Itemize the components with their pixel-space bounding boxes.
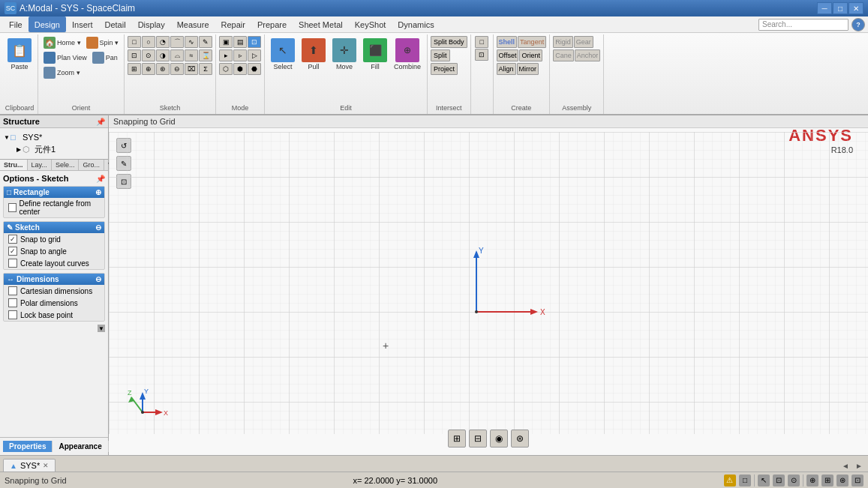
mode-tool-1[interactable]: ▣ [219,36,233,48]
spin-button[interactable]: Spin ▾ [84,36,122,49]
tab-nav-prev[interactable]: ◄ [839,460,851,472]
paste-button[interactable]: 📋 Paste [5,36,35,73]
status-icon-grid[interactable]: ⊡ [851,475,863,487]
select-button[interactable]: ↖ Select [268,36,298,73]
mode-tool-2[interactable]: ▤ [233,36,247,48]
gear-button[interactable]: Gear [574,36,593,48]
sketch-tool-11[interactable]: ≈ [185,49,198,61]
section-header-sketch[interactable]: ✎ Sketch ⊖ [4,222,104,233]
menu-keyshot[interactable]: KeyShot [349,16,392,32]
sel-filter-button[interactable]: ⊡ [475,49,488,61]
sketch-tool-5[interactable]: ∿ [185,36,198,48]
scroll-down-button[interactable]: ▼ [98,325,105,332]
sketch-tool-15[interactable]: ⊛ [156,63,170,75]
sketch-tool-17[interactable]: ⌧ [185,63,198,75]
status-icon-3d[interactable]: ⊛ [836,475,848,487]
status-icon-snap[interactable]: ⊕ [806,475,818,487]
menu-repair[interactable]: Repair [215,16,251,32]
sel-box-button[interactable]: □ [475,36,488,48]
menu-display[interactable]: Display [132,16,171,32]
sketch-tool-8[interactable]: ⊙ [142,49,155,61]
menu-prepare[interactable]: Prepare [251,16,293,32]
mode-tool-8[interactable]: ⬢ [233,63,247,75]
menu-detail[interactable]: Detail [99,16,132,32]
canvas-area[interactable]: Snapping to Grid ANSYS R18.0 ↺ ✎ ⊡ [109,115,868,455]
mode-tool-6[interactable]: ▷ [248,49,261,61]
rigid-button[interactable]: Rigid [553,36,573,48]
sketch-tool-13[interactable]: ⊞ [128,63,141,75]
status-icon-2[interactable]: □ [739,475,751,487]
options-pin-button[interactable]: 📌 [96,175,105,183]
tab-layers[interactable]: Lay... [28,160,52,170]
sketch-tool-6[interactable]: ✎ [199,36,212,48]
split-body-button[interactable]: Split Body [431,36,467,48]
offset-button[interactable]: Offset [497,49,519,61]
align-button[interactable]: Align [497,63,516,75]
tree-item-part[interactable]: ▶ ⬡ 元件1 [3,143,105,156]
mode-tool-3[interactable]: ⊡ [248,36,261,48]
menu-design[interactable]: Design [29,16,66,32]
sketch-tool-2[interactable]: ○ [142,36,155,48]
canvas-fit-button[interactable]: ⊞ [448,430,466,448]
canvas-settings-button[interactable]: ⊛ [511,430,529,448]
zoom-button[interactable]: Zoom ▾ [41,66,83,79]
checkbox-polar[interactable] [8,298,17,307]
sketch-tool-10[interactable]: ⌓ [170,49,184,61]
restore-button[interactable]: □ [833,2,848,14]
anchor-button[interactable]: Anchor [575,49,601,61]
menu-dynamics[interactable]: Dynamics [392,16,440,32]
sketch-tool-3[interactable]: ◔ [156,36,170,48]
combine-button[interactable]: ⊕ Combine [391,36,424,73]
tab-groups[interactable]: Gro... [79,160,104,170]
sketch-tool-12[interactable]: ⌛ [199,49,212,61]
tangent-button[interactable]: Tangent [518,36,546,48]
checkbox-snap-grid[interactable] [8,235,17,244]
mode-tool-4[interactable]: ▸ [219,49,233,61]
split-button[interactable]: Split [431,49,450,61]
status-icon-cursor[interactable]: ↖ [758,475,770,487]
tab-structure[interactable]: Stru... [0,160,28,170]
mode-tool-7[interactable]: ⬡ [219,63,233,75]
tab-nav-next[interactable]: ► [853,460,865,472]
mode-tool-9[interactable]: ⬣ [248,63,261,75]
tab-selection[interactable]: Sele... [52,160,80,170]
checkbox-create-layout[interactable] [8,259,17,268]
pan-button[interactable]: Pan [90,51,120,64]
checkbox-cartesian[interactable] [8,286,17,295]
move-button[interactable]: ✛ Move [329,36,359,73]
sketch-tool-14[interactable]: ⊕ [142,63,155,75]
warning-icon[interactable]: ⚠ [724,475,736,487]
canvas-view-button[interactable]: ◉ [490,430,508,448]
checkbox-lock-base[interactable] [8,310,17,319]
status-icon-nav[interactable]: ⊞ [821,475,833,487]
section-header-dimensions[interactable]: ↔ Dimensions ⊖ [4,274,104,285]
home-button[interactable]: 🏠 Home ▾ [41,36,83,49]
panel-pin-button[interactable]: 📌 [96,118,105,126]
menu-file[interactable]: File [3,16,29,32]
help-search-input[interactable]: Search... [758,19,848,31]
menu-measure[interactable]: Measure [171,16,215,32]
checkbox-define-rect[interactable] [8,203,17,212]
pull-button[interactable]: ⬆ Pull [299,36,329,73]
minimize-button[interactable]: ─ [817,2,832,14]
file-tab-close-button[interactable]: ✕ [43,462,49,469]
plan-view-button[interactable]: Plan View [41,51,89,64]
tab-properties[interactable]: Properties [3,441,53,452]
project-button[interactable]: Project [431,63,458,75]
close-button[interactable]: ✕ [848,2,863,14]
shell-button[interactable]: Shell [497,36,518,48]
status-icon-select[interactable]: ⊡ [773,475,785,487]
sketch-tool-9[interactable]: ◑ [156,49,170,61]
mirror-button[interactable]: Mirror [517,63,539,75]
tree-item-sys[interactable]: ▼ □ SYS* [3,131,105,143]
canvas-zoom-button[interactable]: ⊟ [469,430,487,448]
sketch-tool-1[interactable]: □ [128,36,141,48]
orient-button[interactable]: Orient [519,49,542,61]
checkbox-snap-angle[interactable] [8,247,17,256]
sketch-tool-18[interactable]: Σ [199,63,212,75]
sketch-tool-7[interactable]: ⊡ [128,49,141,61]
status-icon-view[interactable]: ⊙ [788,475,800,487]
title-bar-controls[interactable]: ─ □ ✕ [817,2,863,14]
file-tab-sys[interactable]: ▲ SYS* ✕ [3,459,56,472]
cane-button[interactable]: Cane [553,49,574,61]
